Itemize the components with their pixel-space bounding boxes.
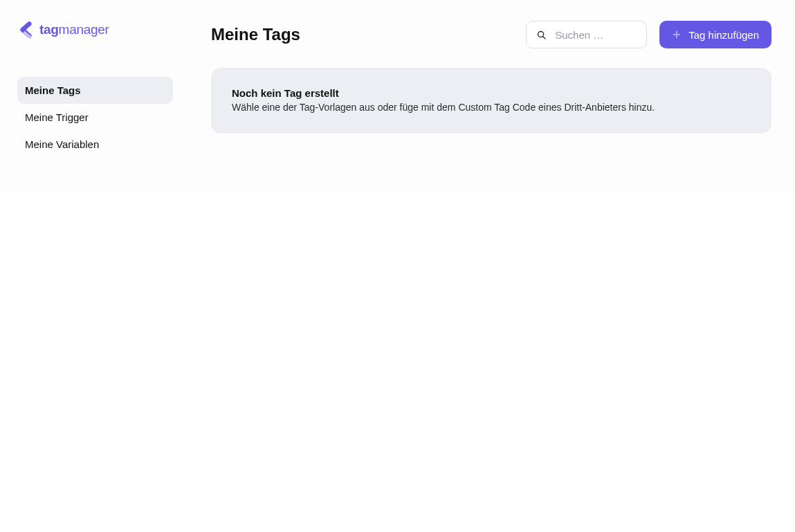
brand-icon [17, 21, 35, 39]
svg-point-0 [538, 31, 544, 37]
sidebar: tagmanager Meine Tags Meine Trigger Mein… [0, 0, 190, 194]
add-tag-button[interactable]: Tag hinzufügen [659, 21, 771, 48]
page-title: Meine Tags [211, 25, 300, 44]
sidebar-item-label: Meine Trigger [25, 111, 89, 123]
brand-part1: tag [39, 22, 59, 37]
empty-state-description: Wähle eine der Tag-Vorlagen aus oder füg… [232, 102, 751, 113]
svg-line-1 [543, 37, 545, 39]
brand-part2: manager [59, 22, 109, 37]
sidebar-item-label: Meine Variablen [25, 138, 99, 150]
empty-state-card: Noch kein Tag erstellt Wähle eine der Ta… [211, 68, 771, 134]
empty-state-title: Noch kein Tag erstellt [232, 87, 751, 99]
brand: tagmanager [17, 21, 173, 39]
add-tag-label: Tag hinzufügen [688, 29, 759, 41]
search-box[interactable] [526, 21, 647, 48]
page-header: Meine Tags Tag hinzufügen [211, 21, 771, 48]
plus-icon [672, 30, 682, 39]
main-content: Meine Tags Tag hinzufügen [190, 0, 795, 194]
sidebar-item-label: Meine Tags [25, 84, 81, 96]
header-actions: Tag hinzufügen [526, 21, 771, 48]
sidebar-item-my-variables[interactable]: Meine Variablen [17, 131, 173, 158]
sidebar-item-my-triggers[interactable]: Meine Trigger [17, 104, 173, 131]
sidebar-item-my-tags[interactable]: Meine Tags [17, 77, 173, 104]
brand-title: tagmanager [39, 22, 109, 37]
search-input[interactable] [555, 29, 637, 41]
sidebar-nav: Meine Tags Meine Trigger Meine Variablen [17, 77, 173, 158]
search-icon [536, 30, 547, 40]
